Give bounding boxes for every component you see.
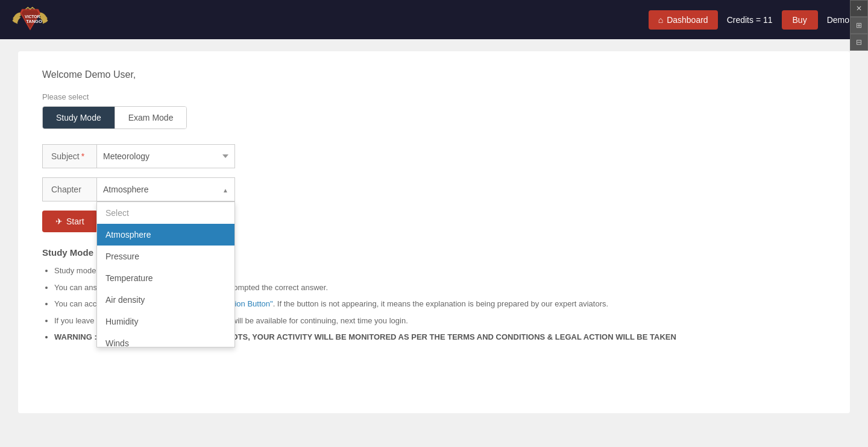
dropdown-item-temperature[interactable]: Temperature [97,267,234,289]
welcome-text: Welcome Demo User, [42,69,826,80]
logo-icon: VICTOR TANGO [12,3,48,36]
rocket-icon: ✈ [55,217,63,226]
subject-label: Subject * [42,144,96,168]
mode-toggle: Study Mode Exam Mode [42,106,187,129]
chapter-dropdown-list: Select Atmosphere Pressure Temperature A… [96,201,235,347]
start-label: Start [66,217,84,226]
demo-label: Demo [827,15,849,25]
navbar: VICTOR TANGO ⌂ Dashboard Credits = 11 Bu… [0,0,868,39]
chapter-selected-value: Atmosphere [103,185,148,194]
study-mode-button[interactable]: Study Mode [43,107,115,128]
chapter-label: Chapter [42,177,96,201]
buy-button[interactable]: Buy [782,10,818,30]
dropdown-item-winds[interactable]: Winds [97,332,234,347]
dropdown-item-humidity[interactable]: Humidity [97,311,234,332]
table-icon[interactable]: ⊟ [850,34,868,51]
dashboard-label: Dashboard [667,15,708,25]
dropdown-item-pressure[interactable]: Pressure [97,246,234,267]
chevron-up-icon [222,185,228,194]
credits-display: Credits = 11 [727,15,773,25]
subject-select[interactable]: Meteorology [96,144,235,168]
navbar-right: ⌂ Dashboard Credits = 11 Buy Demo ▾ [649,10,856,30]
close-icon[interactable]: ✕ [850,0,868,17]
svg-text:TANGO: TANGO [26,19,42,24]
grid-icon[interactable]: ⊞ [850,17,868,34]
dropdown-item-select[interactable]: Select [97,202,234,224]
please-select-label: Please select [42,92,826,101]
exam-mode-button[interactable]: Exam Mode [115,107,187,128]
dropdown-item-atmosphere[interactable]: Atmosphere [97,224,234,246]
dashboard-button[interactable]: ⌂ Dashboard [649,10,718,30]
start-button[interactable]: ✈ Start [42,211,98,232]
home-icon: ⌂ [658,15,663,25]
navbar-left: VICTOR TANGO [12,3,48,36]
dropdown-scrollbar[interactable]: Select Atmosphere Pressure Temperature A… [97,202,234,347]
required-star: * [81,151,84,161]
chapter-row: Chapter Atmosphere Select Atmosphere Pre… [42,177,826,201]
main-content: Welcome Demo User, Please select Study M… [18,51,850,413]
subject-row: Subject * Meteorology [42,144,826,168]
dropdown-item-air-density[interactable]: Air density [97,289,234,311]
side-icons-panel: ✕ ⊞ ⊟ [850,0,868,51]
logo-container: VICTOR TANGO [12,3,48,36]
chapter-select-container: Atmosphere Select Atmosphere Pressure Te… [96,177,235,201]
chapter-dropdown-trigger[interactable]: Atmosphere [96,177,235,201]
